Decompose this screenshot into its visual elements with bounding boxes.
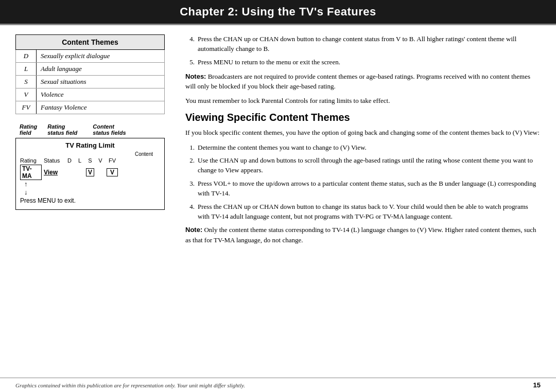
page-footer: Graphics contained within this publicati… <box>0 378 556 392</box>
theme-code: FV <box>16 101 37 114</box>
label-rating-field: Rating <box>20 123 37 130</box>
diag-rating-value: TV-MA <box>20 165 42 180</box>
arrow-indicator: ↑↓ <box>24 180 160 196</box>
list-item: 3.Press VOL+ to move the up/down arrows … <box>185 179 541 199</box>
section-heading: Viewing Specific Content Themes <box>185 112 541 123</box>
header-title: Chapter 2: Using the TV's Features <box>180 5 376 18</box>
page-header: Chapter 2: Using the TV's Features <box>0 0 556 24</box>
pre-section-steps: 4.Press the CHAN up or CHAN down button … <box>185 34 541 67</box>
diag-v1: V <box>86 168 94 176</box>
note2-label: Note: <box>185 226 202 234</box>
theme-description: Sexually explicit dialogue <box>37 50 165 63</box>
theme-description: Fantasy Violence <box>37 101 165 114</box>
theme-code: V <box>16 88 37 101</box>
theme-description: Violence <box>37 88 165 101</box>
list-item: 4.Press the CHAN up or CHAN down button … <box>185 202 541 222</box>
theme-code: S <box>16 76 37 88</box>
label-content2: status fields <box>93 130 126 136</box>
section-steps-list: 1.Determine the content themes you want … <box>185 143 541 222</box>
diag-v2: V <box>107 168 118 176</box>
content-sublabel: Content <box>135 151 153 157</box>
step-number: 2. <box>185 156 195 175</box>
theme-description: Sexual situations <box>37 76 165 88</box>
press-menu-label: Press MENU to exit. <box>20 197 160 204</box>
footer-page-number: 15 <box>533 381 541 389</box>
diag-col-status: Status <box>44 157 63 164</box>
diagram-title-row: TV Rating Limit <box>20 141 160 149</box>
left-column: Content Themes DSexually explicit dialog… <box>15 34 165 364</box>
rating-diagram: Rating field Rating status field Content… <box>15 123 165 210</box>
label-rating-status: Rating <box>47 123 77 130</box>
notes-label: Notes: <box>185 73 206 80</box>
step-text: Use the CHAN up and down buttons to scro… <box>198 156 541 175</box>
notes-block: Notes: Broadcasters are not required to … <box>185 72 541 92</box>
step-number: 4. <box>185 34 195 54</box>
step-number: 3. <box>185 179 195 199</box>
note2-text: Only the content theme status correspond… <box>185 226 536 244</box>
notes-text: Broadcasters are not required to provide… <box>185 73 530 91</box>
right-column: 4.Press the CHAN up or CHAN down button … <box>180 34 541 364</box>
diagram-box: TV Rating Limit Content Rating Status D … <box>15 138 165 210</box>
step-text: Press the CHAN up or CHAN down button to… <box>198 202 541 222</box>
footer-disclaimer: Graphics contained within this publicati… <box>15 382 245 388</box>
section-intro-text: If you block specific content themes, yo… <box>185 129 540 136</box>
table-row: LAdult language <box>16 63 165 76</box>
step-text: Press MENU to return to the menu or exit… <box>198 58 340 67</box>
table-row: FVFantasy Violence <box>16 101 165 114</box>
note2-block: Note: Only the content theme status corr… <box>185 225 541 245</box>
tv-ma-box: TV-MA <box>20 165 42 180</box>
step-text: Determine the content themes you want to… <box>198 143 367 153</box>
theme-code: L <box>16 63 37 76</box>
main-content: Content Themes DSexually explicit dialog… <box>0 25 556 369</box>
list-item: 4.Press the CHAN up or CHAN down button … <box>185 34 541 54</box>
step-number: 4. <box>185 202 195 222</box>
table-row: VViolence <box>16 88 165 101</box>
diag-col-rating: Rating <box>20 157 42 164</box>
table-row: DSexually explicit dialogue <box>16 50 165 63</box>
table-heading: Content Themes <box>16 35 165 50</box>
step-text: Press the CHAN up or CHAN down button to… <box>198 34 541 54</box>
list-item: 2.Use the CHAN up and down buttons to sc… <box>185 156 541 175</box>
label-rating-field2: field <box>20 130 37 136</box>
step-number: 1. <box>185 143 195 153</box>
section-intro: If you block specific content themes, yo… <box>185 128 541 138</box>
step-number: 5. <box>185 58 195 67</box>
list-item: 5.Press MENU to return to the menu or ex… <box>185 58 541 67</box>
list-item: 1.Determine the content themes you want … <box>185 143 541 153</box>
theme-description: Adult language <box>37 63 165 76</box>
reminder-text: You must remember to lock Parental Contr… <box>185 96 541 106</box>
diagram-title: TV Rating Limit <box>65 141 114 149</box>
content-themes-table: Content Themes DSexually explicit dialog… <box>15 34 165 114</box>
theme-code: D <box>16 50 37 63</box>
label-content: Content <box>93 123 126 130</box>
step-text: Press VOL+ to move the up/down arrows to… <box>198 179 541 199</box>
table-row: SSexual situations <box>16 76 165 88</box>
label-rating-status2: status field <box>47 130 77 136</box>
diag-view-value: View <box>44 169 63 176</box>
